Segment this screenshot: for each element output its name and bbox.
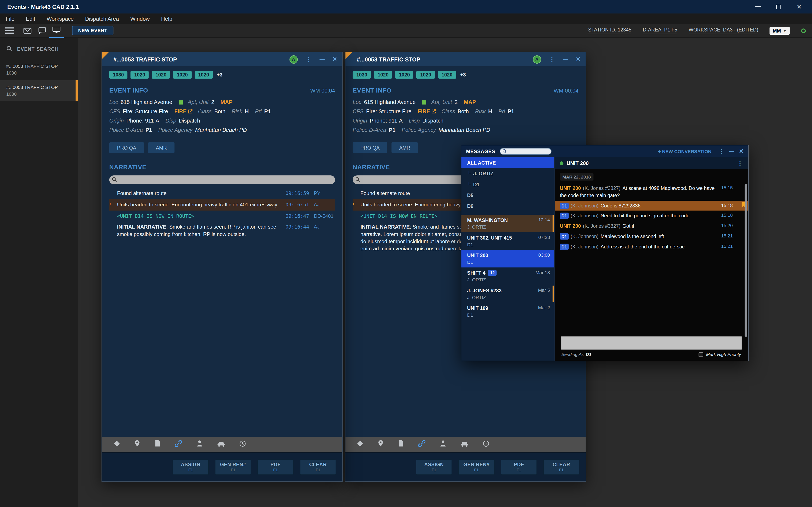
station-id-label[interactable]: STATION ID: 12345: [588, 27, 631, 34]
minimize-icon[interactable]: [729, 151, 734, 152]
menu-workspace[interactable]: Workspace: [41, 15, 80, 21]
status-badge[interactable]: 1020: [173, 71, 191, 79]
clear-button[interactable]: CLEARF1: [543, 459, 579, 474]
conversation-item[interactable]: M. WASHINGTONJ. ORTIZ 12:14: [461, 215, 554, 232]
filter-j-ortiz[interactable]: └J. ORTIZ: [461, 168, 554, 179]
sending-as-value[interactable]: D1: [586, 352, 592, 357]
map-link[interactable]: MAP: [464, 99, 476, 105]
narrative-search-input[interactable]: [109, 175, 335, 184]
menu-file[interactable]: File: [0, 15, 20, 21]
event-window-header[interactable]: #...0053 TRAFFIC STOP A ⋮ ✕: [345, 52, 586, 66]
status-badge[interactable]: 1030: [109, 71, 128, 79]
vehicles-tab-icon[interactable]: [460, 440, 469, 449]
documents-tab-icon[interactable]: [398, 440, 404, 449]
more-badges[interactable]: +3: [217, 72, 222, 77]
mode-selector[interactable]: MM▼: [770, 26, 790, 35]
messages-search-input[interactable]: [500, 148, 552, 155]
location-tab-icon[interactable]: [377, 440, 384, 449]
menu-edit[interactable]: Edit: [20, 15, 41, 21]
message-list[interactable]: MAR 22, 2018 UNIT 200(K. Jones #3827)At …: [555, 169, 748, 333]
message-row[interactable]: UNIT 200(K. Jones #3827)Got it 15:20: [555, 221, 748, 231]
close-icon[interactable]: ✕: [796, 4, 802, 10]
menu-dispatch-area[interactable]: Dispatch Area: [80, 15, 125, 21]
message-row[interactable]: D1(K. Johnson)Address is at the end of t…: [555, 241, 748, 251]
messages-header[interactable]: MESSAGES + NEW CONVERSATION ⋮ ✕: [461, 145, 748, 157]
persons-tab-icon[interactable]: [196, 440, 203, 449]
history-tab-icon[interactable]: [483, 440, 489, 449]
status-badge[interactable]: 1020: [131, 71, 149, 79]
avatar[interactable]: A: [532, 55, 541, 63]
message-row[interactable]: D1(K. Johnson)Maplewood is the second le…: [555, 231, 748, 241]
kebab-menu-icon[interactable]: ⋮: [305, 56, 311, 62]
gen-ren-button[interactable]: GEN REN#F1: [215, 459, 251, 474]
gen-ren-button[interactable]: GEN REN#F1: [458, 459, 494, 474]
kebab-menu-icon[interactable]: ⋮: [549, 56, 555, 62]
status-badge[interactable]: 1020: [152, 71, 170, 79]
conversation-item[interactable]: J. JONES #283J. ORTIZ Mar 5: [461, 285, 554, 302]
status-badge[interactable]: 1030: [353, 71, 371, 79]
pdf-button[interactable]: PDFF1: [257, 459, 294, 474]
dispatch-screen-icon[interactable]: [49, 23, 64, 38]
event-search-result-active[interactable]: #...0053 TRAFFIC STOP 1030: [0, 80, 78, 102]
minimize-icon[interactable]: [319, 59, 324, 60]
chat-icon[interactable]: [35, 23, 49, 38]
message-row[interactable]: D1(K. Johnson)Need to hit the pound sign…: [555, 211, 748, 221]
narrative-entry[interactable]: Found alternate route 09:16:59 PY: [109, 187, 335, 199]
filter-d5[interactable]: D5: [461, 190, 554, 201]
details-tab-icon[interactable]: [113, 440, 120, 449]
documents-tab-icon[interactable]: [154, 440, 160, 449]
filter-all-active[interactable]: ALL ACTIVE: [461, 157, 554, 168]
status-badge[interactable]: 1020: [374, 71, 392, 79]
kebab-menu-icon[interactable]: ⋮: [718, 148, 724, 155]
message-input[interactable]: [561, 336, 742, 350]
maximize-icon[interactable]: [776, 4, 781, 9]
message-row[interactable]: UNIT 200(K. Jones #3827)At scene at 4098…: [555, 183, 748, 201]
new-event-button[interactable]: NEW EVENT: [72, 26, 113, 35]
status-badge[interactable]: 1020: [417, 71, 435, 79]
link-tab-icon-active[interactable]: [174, 439, 182, 449]
conversation-item[interactable]: SHIFT 412J. ORTIZ Mar 13: [461, 268, 554, 285]
vehicles-tab-icon[interactable]: [217, 440, 225, 449]
pdf-button[interactable]: PDFF1: [501, 459, 537, 474]
hamburger-menu-icon[interactable]: [5, 27, 14, 34]
status-badge[interactable]: 1020: [438, 71, 456, 79]
fire-link[interactable]: FIRE: [418, 108, 430, 114]
amr-button[interactable]: AMR: [148, 142, 174, 153]
scrollbar-thumb[interactable]: [745, 184, 747, 337]
amr-button[interactable]: AMR: [392, 142, 418, 153]
close-icon[interactable]: ✕: [739, 149, 744, 154]
high-priority-checkbox[interactable]: [699, 352, 704, 357]
filter-d1[interactable]: └D1: [461, 179, 554, 190]
external-link-icon[interactable]: [188, 109, 193, 114]
conversation-item-selected[interactable]: UNIT 200D1 03:00: [461, 250, 554, 268]
message-row-flagged[interactable]: D1(K. Johnson)Code is 87292836 15:18: [555, 201, 748, 211]
event-window-header[interactable]: #...0053 TRAFFIC STOP A ⋮ ✕: [102, 52, 342, 66]
event-search-result[interactable]: #...0053 TRAFFIC STOP 1030: [0, 59, 78, 80]
status-badge[interactable]: 1020: [195, 71, 213, 79]
clear-button[interactable]: CLEARF1: [300, 459, 336, 474]
minimize-icon[interactable]: [755, 6, 761, 7]
menu-window[interactable]: Window: [125, 15, 155, 21]
narrative-entry-initial[interactable]: INITIAL NARRATIVE: Smoke and flames seen…: [109, 221, 335, 240]
new-conversation-button[interactable]: + NEW CONVERSATION: [658, 149, 711, 154]
history-tab-icon[interactable]: [239, 440, 246, 449]
d-area-label[interactable]: D-AREA: P1 F5: [643, 27, 677, 34]
persons-tab-icon[interactable]: [440, 440, 446, 449]
conversation-item[interactable]: UNIT 109D1 Mar 2: [461, 303, 554, 320]
narrative-entry-warning[interactable]: ! Units headed to scene. Encountering he…: [109, 199, 335, 210]
avatar[interactable]: A: [289, 55, 298, 63]
assign-button[interactable]: ASSIGNF1: [416, 459, 452, 474]
narrative-entry-system[interactable]: <UNIT D14 IS NOW EN ROUTE> 09:16:47 DD-0…: [109, 210, 335, 221]
filter-d6[interactable]: D6: [461, 201, 554, 212]
close-icon[interactable]: ✕: [576, 56, 581, 62]
pro-qa-button[interactable]: PRO QA: [109, 142, 144, 153]
conversation-item[interactable]: UNIT 302, UNIT 415D1 07:28: [461, 232, 554, 250]
pro-qa-button[interactable]: PRO QA: [353, 142, 388, 153]
details-tab-icon[interactable]: [357, 440, 363, 449]
more-badges[interactable]: +3: [460, 72, 466, 77]
kebab-menu-icon[interactable]: ⋮: [737, 160, 743, 166]
link-tab-icon-active[interactable]: [418, 439, 426, 449]
fire-link[interactable]: FIRE: [174, 108, 187, 114]
workspace-label[interactable]: WORKSPACE: DA3 - (EDITED): [689, 27, 758, 34]
close-icon[interactable]: ✕: [333, 56, 337, 62]
